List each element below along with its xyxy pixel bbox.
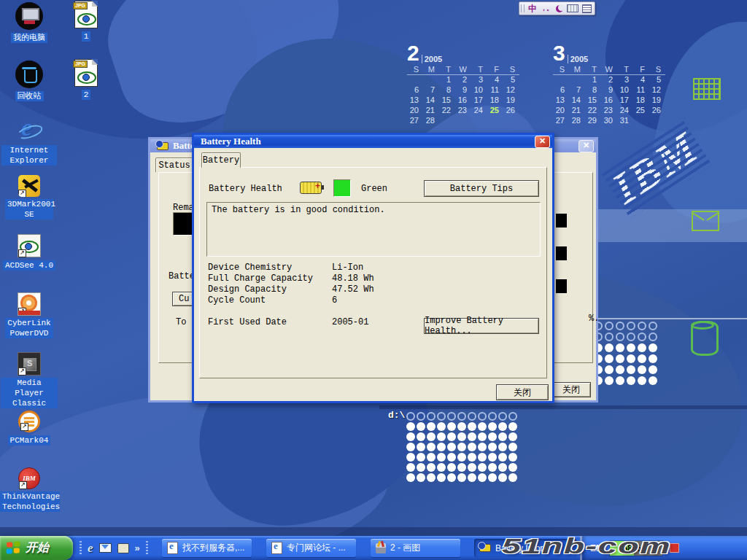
show-desktop-icon[interactable] (117, 543, 129, 553)
desktop-icon-jpg-1[interactable]: JPG 1 (66, 1, 107, 42)
calendar-day (471, 116, 487, 126)
wallpaper-dot (508, 443, 517, 451)
jpg-badge: JPG (73, 61, 88, 68)
desktop-icon-pcmark04[interactable]: PCMark04 (1, 411, 57, 446)
wallpaper-dot (638, 332, 646, 341)
ie-page-icon (271, 542, 282, 554)
ime-menu-icon[interactable] (582, 4, 592, 13)
wallpaper-dot (649, 332, 657, 341)
wallpaper-dot (437, 463, 446, 472)
desktop-icon-thinkvantage[interactable]: ThinkVantage Technologies (0, 467, 58, 512)
field-label: First Used Date (208, 317, 287, 327)
desktop-icon-acdsee[interactable]: ACDSee 4.0 (1, 234, 57, 271)
taskbar-task-paint[interactable]: 2 - 画图 (371, 539, 460, 557)
calendar-weekday: T (617, 65, 633, 75)
tab-battery[interactable]: Battery (201, 152, 241, 168)
wallpaper-dot (447, 463, 456, 472)
desktop-icon-jpg-2[interactable]: JPG 2 (66, 59, 107, 100)
calendar-year: 2005 (422, 55, 442, 63)
desktop-icon-media-player-classic[interactable]: Media Player Classic (0, 352, 58, 408)
calendar-day: 11 (633, 85, 649, 96)
calendar-day: 28 (423, 116, 439, 126)
desktop-icon-3dmark2001[interactable]: 3DMark2001 SE (1, 175, 57, 219)
wallpaper-dot (627, 354, 635, 363)
toolbar-handle[interactable] (80, 541, 82, 556)
calendar-day (407, 75, 423, 85)
toolbar-handle[interactable] (146, 541, 148, 556)
button-label: Battery Tips (450, 184, 513, 194)
desktop-icon-my-computer[interactable]: 我的电脑 (1, 2, 57, 43)
calendar-day: 22 (585, 106, 601, 116)
desktop-icon-label: Internet Explorer (1, 145, 57, 166)
wallpaper-dot (488, 473, 497, 482)
calendar-day (487, 116, 503, 126)
wallpaper-dot (627, 332, 635, 341)
battery-cell (556, 214, 567, 228)
shortcut-arrow-icon (18, 249, 26, 257)
desktop-icon-powerdvd[interactable]: CyberLink PowerDVD (1, 292, 57, 338)
wallpaper-dot (427, 473, 436, 482)
wallpaper-dot (508, 412, 517, 421)
calendar-day: 4 (633, 75, 649, 85)
battery-icon (479, 544, 491, 552)
calendar-day: 12 (649, 85, 665, 96)
calendar-day: 7 (423, 85, 439, 96)
calendar-day: 20 (553, 106, 569, 116)
desktop: IBM d:\ 2 2005 SMTWTFS123456789101112131… (0, 0, 747, 560)
ime-keyboard-icon[interactable] (567, 4, 578, 12)
wallpaper-dot (427, 422, 436, 431)
acdsee-icon (18, 234, 41, 257)
calendar-day (633, 116, 649, 126)
ime-bar[interactable]: 中 ，。 (519, 1, 595, 15)
battery-tips-button[interactable]: Battery Tips (424, 180, 539, 197)
jpg-badge: JPG (73, 2, 88, 9)
thinkvantage-icon (18, 467, 40, 489)
wallpaper-dot (468, 473, 476, 482)
quick-launch-mail-icon[interactable] (99, 543, 112, 553)
start-label: 开始 (26, 540, 49, 556)
tab-status[interactable]: Status (155, 158, 193, 172)
taskbar-task-forum[interactable]: 专门网论坛 - ... (266, 539, 356, 557)
taskbar-task-server-not-found[interactable]: 找不到服务器,... (162, 539, 252, 557)
desktop-icon-recycle-bin[interactable]: 回收站 (1, 61, 57, 101)
wallpaper-dot (427, 463, 436, 472)
wallpaper-band (379, 405, 747, 409)
wallpaper-dot (488, 453, 497, 462)
calendar-day (455, 116, 471, 126)
wallpaper-dot (457, 422, 466, 431)
calendar-day: 5 (503, 75, 519, 85)
ime-language-icon[interactable]: 中 (528, 4, 537, 13)
close-dialog-button[interactable]: 关闭 (496, 384, 549, 400)
dialog-title: Battery Health (201, 136, 261, 147)
close-icon[interactable]: ✕ (578, 140, 594, 152)
task-label: 专门网论坛 - ... (287, 542, 346, 554)
desktop-icon-internet-explorer[interactable]: e Internet Explorer (1, 117, 57, 166)
calendar-day: 21 (423, 106, 439, 116)
wallpaper-dot (406, 422, 415, 431)
dialog-titlebar[interactable]: Battery Health ✕ (194, 135, 552, 148)
wallpaper-dot (498, 453, 507, 462)
wallpaper-shape (91, 0, 360, 141)
desktop-icon-label: 3DMark2001 SE (5, 199, 53, 219)
wallpaper-dot (649, 343, 657, 352)
calendar-day: 9 (455, 85, 471, 96)
ime-drag-handle[interactable] (521, 4, 525, 12)
chevron-icon[interactable]: » (135, 542, 140, 553)
quick-launch-ie-icon[interactable]: e (88, 541, 93, 556)
battery-health-dialog[interactable]: Battery Health ✕ Battery Battery Health … (192, 133, 554, 403)
calendar-day: 3 (617, 75, 633, 85)
close-icon[interactable]: ✕ (535, 136, 550, 148)
desktop-icon-label: ThinkVantage Technologies (0, 491, 60, 512)
page-fold (92, 1, 98, 7)
wallpaper-dot (427, 453, 436, 462)
calendar-weekday: M (569, 65, 585, 75)
start-button[interactable]: 开始 (0, 536, 73, 560)
ime-fullwidth-icon[interactable] (556, 5, 563, 12)
ime-punctuation-icon[interactable]: ，。 (541, 5, 552, 12)
improve-battery-health-button[interactable]: Improve Battery Health... (424, 318, 539, 334)
battery-cell (556, 279, 567, 293)
close-window-button[interactable]: 关闭 (551, 382, 591, 397)
calendar-day: 30 (601, 116, 617, 126)
wallpaper-dot (447, 473, 456, 482)
shortcut-arrow-icon (18, 308, 26, 316)
